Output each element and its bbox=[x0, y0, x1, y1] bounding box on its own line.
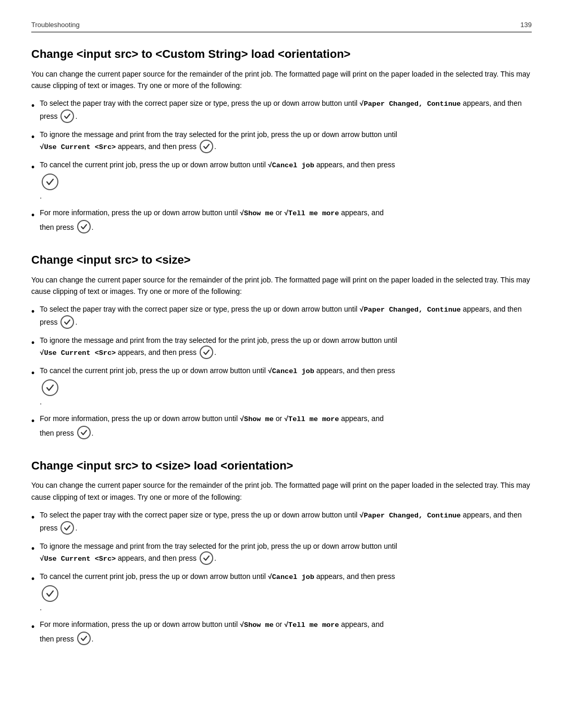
section-3-bullets: • To select the paper tray with the corr… bbox=[31, 509, 532, 646]
section-2-bullets: • To select the paper tray with the corr… bbox=[31, 303, 532, 440]
code-cancel-job: √Cancel job bbox=[268, 367, 314, 375]
check-button-icon bbox=[42, 379, 58, 396]
page: Troubleshooting 139 Change <input src> t… bbox=[0, 0, 563, 728]
bullet-content: To cancel the current print job, press t… bbox=[40, 571, 532, 613]
bullet-icon: • bbox=[31, 541, 34, 557]
bullet-content: To select the paper tray with the correc… bbox=[40, 303, 532, 329]
bullet-icon: • bbox=[31, 572, 34, 587]
check-button-icon bbox=[200, 346, 213, 359]
code-tell-me-more: √Tell me more bbox=[284, 415, 339, 423]
code-use-current: √Use Current <Src> bbox=[40, 555, 116, 563]
check-button-icon bbox=[77, 220, 91, 233]
list-item: • To select the paper tray with the corr… bbox=[31, 97, 532, 124]
then-press-line: then press . bbox=[40, 632, 532, 646]
bullet-content: For more information, press the up or do… bbox=[40, 619, 532, 646]
then-press-text: then press bbox=[40, 221, 76, 233]
code-show-me: √Show me bbox=[240, 415, 274, 423]
section-1-intro: You can change the current paper source … bbox=[31, 68, 532, 92]
list-item: • For more information, press the up or … bbox=[31, 619, 532, 646]
bullet-icon: • bbox=[31, 98, 34, 114]
section-1-title: Change <input src> to <Custom String> lo… bbox=[31, 47, 532, 62]
code-show-me: √Show me bbox=[240, 621, 274, 629]
bullet-content: To ignore the message and print from the… bbox=[40, 540, 532, 565]
code-paper-changed: √Paper Changed, Continue bbox=[360, 100, 461, 108]
code-paper-changed: √Paper Changed, Continue bbox=[360, 512, 461, 520]
list-item: • To select the paper tray with the corr… bbox=[31, 303, 532, 329]
bullet-content: To select the paper tray with the correc… bbox=[40, 97, 532, 124]
check-button-icon bbox=[42, 585, 58, 602]
section-1: Change <input src> to <Custom String> lo… bbox=[31, 47, 532, 234]
bullet-content: To ignore the message and print from the… bbox=[40, 129, 532, 154]
bullet-content: To cancel the current print job, press t… bbox=[40, 159, 532, 202]
bullet-icon: • bbox=[31, 414, 34, 429]
check-button-icon bbox=[77, 632, 91, 645]
section-3-intro: You can change the current paper source … bbox=[31, 479, 532, 503]
check-button-icon bbox=[42, 174, 58, 190]
bullet-icon: • bbox=[31, 366, 34, 381]
code-cancel-job: √Cancel job bbox=[268, 573, 314, 581]
code-show-me: √Show me bbox=[240, 209, 274, 217]
bullet-content: To ignore the message and print from the… bbox=[40, 335, 532, 360]
code-use-current: √Use Current <Src> bbox=[40, 143, 116, 151]
section-3-title: Change <input src> to <size> load <orien… bbox=[31, 459, 532, 474]
bullet-content: For more information, press the up or do… bbox=[40, 207, 532, 234]
code-tell-me-more: √Tell me more bbox=[284, 621, 339, 629]
bullet-icon: • bbox=[31, 620, 34, 635]
list-item: • To select the paper tray with the corr… bbox=[31, 509, 532, 535]
then-press-line: then press . bbox=[40, 426, 532, 440]
list-item: • For more information, press the up or … bbox=[31, 207, 532, 234]
check-button-icon bbox=[77, 426, 91, 439]
section-3: Change <input src> to <size> load <orien… bbox=[31, 459, 532, 646]
then-press-line: then press . bbox=[40, 220, 532, 234]
section-2-intro: You can change the current paper source … bbox=[31, 274, 532, 298]
list-item: • To cancel the current print job, press… bbox=[31, 365, 532, 408]
list-item: • For more information, press the up or … bbox=[31, 413, 532, 440]
list-item: • To ignore the message and print from t… bbox=[31, 335, 532, 360]
bullet-content: For more information, press the up or do… bbox=[40, 413, 532, 440]
section-1-bullets: • To select the paper tray with the corr… bbox=[31, 97, 532, 234]
header-title: Troubleshooting bbox=[31, 21, 80, 29]
list-item: • To cancel the current print job, press… bbox=[31, 571, 532, 613]
section-2: Change <input src> to <size> You can cha… bbox=[31, 253, 532, 440]
code-tell-me-more: √Tell me more bbox=[284, 209, 339, 217]
then-press-text: then press bbox=[40, 633, 76, 645]
check-button-icon bbox=[60, 109, 74, 123]
then-press-text: then press bbox=[40, 427, 76, 439]
bullet-icon: • bbox=[31, 208, 34, 223]
bullet-icon: • bbox=[31, 510, 34, 525]
code-paper-changed: √Paper Changed, Continue bbox=[360, 306, 461, 314]
header-page-number: 139 bbox=[520, 21, 532, 29]
bullet-content: To cancel the current print job, press t… bbox=[40, 365, 532, 408]
code-cancel-job: √Cancel job bbox=[268, 162, 314, 169]
section-2-title: Change <input src> to <size> bbox=[31, 253, 532, 268]
list-item: • To cancel the current print job, press… bbox=[31, 159, 532, 202]
bullet-content: To select the paper tray with the correc… bbox=[40, 509, 532, 535]
check-button-icon bbox=[60, 521, 74, 535]
bullet-icon: • bbox=[31, 160, 34, 175]
list-item: • To ignore the message and print from t… bbox=[31, 540, 532, 565]
bullet-icon: • bbox=[31, 304, 34, 319]
list-item: • To ignore the message and print from t… bbox=[31, 129, 532, 154]
code-use-current: √Use Current <Src> bbox=[40, 349, 116, 357]
check-button-icon bbox=[200, 551, 213, 565]
check-button-icon bbox=[60, 315, 74, 329]
page-header: Troubleshooting 139 bbox=[31, 21, 532, 32]
bullet-icon: • bbox=[31, 336, 34, 351]
check-button-icon bbox=[200, 140, 213, 153]
bullet-icon: • bbox=[31, 130, 34, 145]
